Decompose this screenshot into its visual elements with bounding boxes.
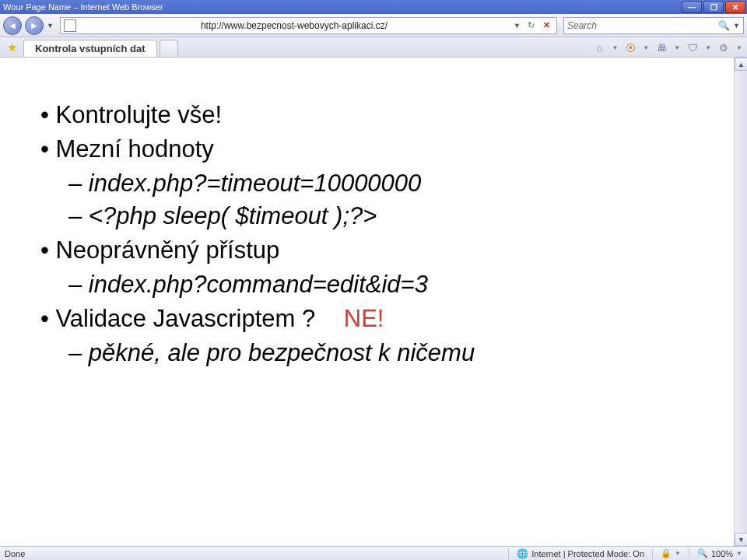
scroll-down-icon[interactable]: ▼ — [735, 533, 747, 546]
tabs-bar: ★ Kontrola vstupních dat ⌂▼ ⦿▼ 🖶▼ 🛡▼ ⚙▼ — [0, 37, 747, 58]
page-icon — [64, 19, 76, 32]
status-zone: 🌐 Internet | Protected Mode: On — [517, 548, 644, 559]
list-item: Mezní hodnoty — [40, 135, 726, 163]
scroll-up-icon[interactable]: ▲ — [735, 58, 747, 71]
print-icon[interactable]: 🖶 — [655, 41, 668, 54]
search-icon[interactable]: 🔍 — [718, 20, 730, 31]
search-box[interactable]: Search 🔍 ▼ — [563, 17, 744, 34]
search-dropdown-icon[interactable]: ▼ — [733, 22, 740, 30]
lock-icon: 🔒 — [661, 548, 672, 558]
status-separator — [508, 548, 509, 559]
navigation-bar: ◄ ► ▼ http://www.bezpecnost-webovych-apl… — [0, 14, 747, 37]
status-bar: Done 🌐 Internet | Protected Mode: On 🔒 ▼… — [0, 546, 747, 560]
home-chevron-icon[interactable]: ▼ — [612, 44, 618, 51]
list-item: Validace Javascriptem ? NE! — [40, 305, 726, 333]
page-tools: ⌂▼ ⦿▼ 🖶▼ 🛡▼ ⚙▼ — [593, 41, 742, 57]
close-button[interactable]: ✕ — [725, 1, 745, 13]
window-title: Wour Page Name – Internet Web Browser — [3, 2, 682, 12]
favorites-icon[interactable]: ★ — [5, 40, 19, 54]
safety-icon[interactable]: 🛡 — [686, 41, 699, 54]
status-lock[interactable]: 🔒 ▼ — [661, 548, 681, 558]
address-text: http://www.bezpecnost-webovych-aplikaci.… — [79, 20, 509, 31]
tools-icon[interactable]: ⚙ — [717, 41, 730, 54]
maximize-button[interactable]: ❐ — [703, 1, 724, 13]
lock-chevron-icon[interactable]: ▼ — [675, 550, 681, 557]
tab-label: Kontrola vstupních dat — [35, 43, 146, 54]
zoom-chevron-icon[interactable]: ▼ — [736, 550, 742, 557]
forward-button[interactable]: ► — [25, 16, 44, 35]
list-subitem: <?php sleep( $timeout );?> — [68, 202, 726, 230]
bullet-list: Kontrolujte vše! Mezní hodnoty index.php… — [40, 101, 726, 367]
safety-chevron-icon[interactable]: ▼ — [705, 44, 711, 51]
zone-text: Internet | Protected Mode: On — [531, 549, 644, 558]
titlebar: Wour Page Name – Internet Web Browser — … — [0, 0, 747, 14]
history-dropdown-icon[interactable]: ▼ — [47, 22, 54, 30]
zoom-text: 100% — [711, 549, 733, 558]
rss-chevron-icon[interactable]: ▼ — [643, 44, 649, 51]
rss-icon[interactable]: ⦿ — [624, 41, 637, 54]
tab-current[interactable]: Kontrola vstupních dat — [23, 40, 157, 57]
minimize-button[interactable]: — — [682, 1, 702, 13]
globe-icon: 🌐 — [517, 548, 528, 559]
status-separator — [652, 548, 653, 559]
search-placeholder: Search — [567, 20, 718, 31]
page-content: Kontrolujte vše! Mezní hodnoty index.php… — [0, 58, 734, 546]
list-subitem: pěkné, ale pro bezpečnost k ničemu — [68, 339, 726, 367]
zoom-icon: 🔍 — [697, 548, 708, 558]
status-zoom[interactable]: 🔍 100% ▼ — [697, 548, 742, 558]
window-buttons: — ❐ ✕ — [682, 0, 747, 14]
list-subitem: index.php?=timeout=10000000 — [68, 170, 726, 198]
question-text: Validace Javascriptem ? — [55, 305, 315, 332]
print-chevron-icon[interactable]: ▼ — [674, 44, 680, 51]
list-item: Neoprávněný přístup — [40, 236, 726, 264]
stop-icon[interactable]: ✕ — [541, 20, 552, 31]
answer-text: NE! — [344, 305, 384, 332]
new-tab-button[interactable] — [160, 40, 178, 57]
address-controls: ▼ ↻ ✕ — [509, 20, 556, 31]
status-text: Done — [5, 549, 500, 558]
back-button[interactable]: ◄ — [3, 16, 22, 35]
tools-chevron-icon[interactable]: ▼ — [736, 44, 742, 51]
status-separator — [689, 548, 689, 559]
list-item: Kontrolujte vše! — [40, 101, 726, 129]
vertical-scrollbar[interactable]: ▲ ▼ — [734, 58, 747, 546]
refresh-icon[interactable]: ↻ — [525, 20, 536, 31]
content-wrap: Kontrolujte vše! Mezní hodnoty index.php… — [0, 58, 747, 546]
address-dropdown-icon[interactable]: ▼ — [514, 22, 521, 30]
list-subitem: index.php?command=edit&id=3 — [68, 271, 726, 299]
address-bar[interactable]: http://www.bezpecnost-webovych-aplikaci.… — [60, 17, 557, 34]
home-icon[interactable]: ⌂ — [593, 41, 605, 54]
